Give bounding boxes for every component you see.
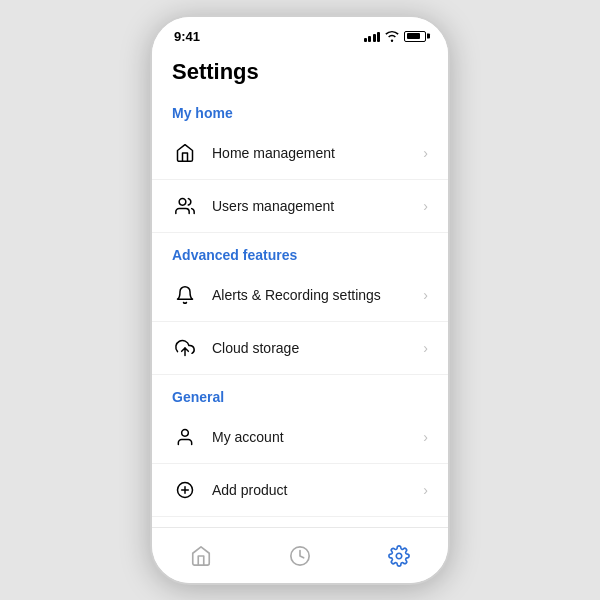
menu-alerts-recording[interactable]: Alerts & Recording settings › (152, 269, 448, 322)
phone-shell: 9:41 Settings My home (150, 15, 450, 585)
cloud-storage-label: Cloud storage (212, 340, 299, 356)
page-header: Settings (152, 49, 448, 91)
screen: Settings My home Home management › (152, 49, 448, 527)
tab-home[interactable] (152, 528, 251, 583)
users-icon (172, 193, 198, 219)
tab-settings[interactable] (349, 528, 448, 583)
chevron-icon: › (423, 198, 428, 214)
account-icon (172, 424, 198, 450)
svg-point-2 (182, 430, 189, 437)
svg-point-9 (396, 553, 402, 559)
chevron-icon: › (423, 287, 428, 303)
menu-cloud-storage[interactable]: Cloud storage › (152, 322, 448, 375)
status-bar: 9:41 (152, 17, 448, 49)
chevron-icon: › (423, 145, 428, 161)
menu-add-product[interactable]: Add product › (152, 464, 448, 517)
my-account-label: My account (212, 429, 284, 445)
add-product-label: Add product (212, 482, 288, 498)
signal-icon (364, 30, 381, 42)
bell-icon (172, 282, 198, 308)
alerts-recording-label: Alerts & Recording settings (212, 287, 381, 303)
users-management-label: Users management (212, 198, 334, 214)
chevron-icon: › (423, 340, 428, 356)
page-title: Settings (172, 59, 259, 84)
tab-history[interactable] (251, 528, 350, 583)
tab-bar (152, 527, 448, 583)
section-my-home: My home (152, 91, 448, 127)
wifi-icon (385, 31, 399, 42)
section-general: General (152, 375, 448, 411)
battery-icon (404, 31, 426, 42)
home-management-label: Home management (212, 145, 335, 161)
chevron-icon: › (423, 482, 428, 498)
menu-users-management[interactable]: Users management › (152, 180, 448, 233)
plus-icon (172, 477, 198, 503)
home-icon (172, 140, 198, 166)
status-icons (364, 30, 427, 42)
cloud-icon (172, 335, 198, 361)
menu-home-management[interactable]: Home management › (152, 127, 448, 180)
section-advanced: Advanced features (152, 233, 448, 269)
menu-my-account[interactable]: My account › (152, 411, 448, 464)
svg-point-0 (179, 199, 186, 206)
menu-app-settings[interactable]: App settings › (152, 517, 448, 527)
chevron-icon: › (423, 429, 428, 445)
status-time: 9:41 (174, 29, 200, 44)
